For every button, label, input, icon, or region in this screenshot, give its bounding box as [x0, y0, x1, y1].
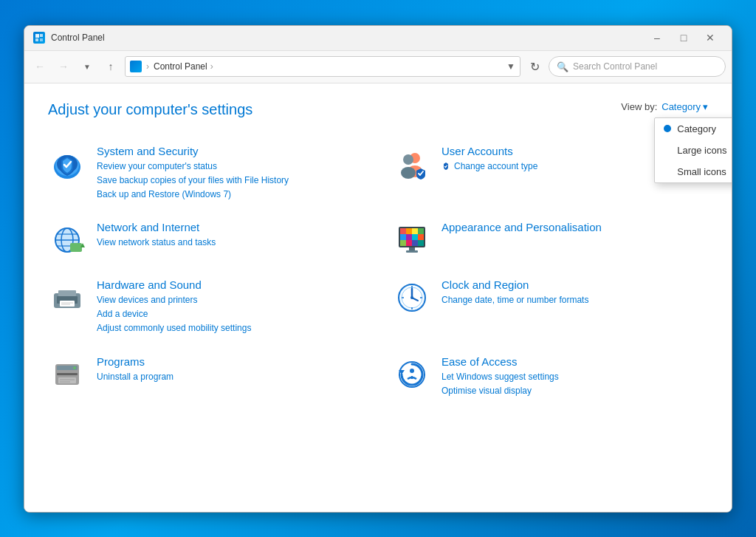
svg-rect-38: [60, 301, 75, 307]
hardware-title[interactable]: Hardware and Sound: [97, 278, 363, 291]
network-link-1[interactable]: View network status and tasks: [97, 236, 363, 250]
svg-rect-30: [406, 240, 412, 246]
svg-point-61: [410, 369, 414, 373]
back-button[interactable]: ←: [30, 57, 49, 76]
ease-of-access-link-1[interactable]: Let Windows suggest settings: [441, 370, 708, 384]
breadcrumb-separator2: ›: [210, 61, 213, 72]
search-placeholder: Search Control Panel: [573, 61, 657, 72]
breadcrumb-dropdown-arrow[interactable]: ▼: [506, 61, 515, 72]
refresh-button[interactable]: ↻: [525, 57, 544, 76]
svg-rect-27: [412, 234, 418, 240]
view-dropdown[interactable]: Category ▾ Category Large icons Small ic…: [662, 101, 708, 112]
search-icon: 🔍: [557, 61, 568, 72]
clock-icon: [393, 278, 431, 317]
svg-rect-29: [400, 240, 406, 246]
appearance-icon: [393, 221, 431, 259]
ease-of-access-content: Ease of Access Let Windows suggest setti…: [441, 355, 708, 398]
user-accounts-icon: [393, 145, 431, 183]
svg-point-46: [410, 296, 413, 299]
category-clock-region: Clock and Region Change date, time or nu…: [393, 273, 708, 342]
network-content: Network and Internet View network status…: [97, 221, 363, 250]
hardware-link-2[interactable]: Add a device: [97, 307, 363, 321]
system-security-content: System and Security Review your computer…: [97, 145, 363, 202]
svg-rect-55: [58, 377, 76, 383]
svg-rect-22: [406, 228, 412, 234]
svg-point-54: [73, 366, 76, 369]
search-box[interactable]: 🔍 Search Control Panel: [549, 56, 726, 77]
svg-rect-24: [418, 228, 424, 234]
hardware-link-1[interactable]: View devices and printers: [97, 293, 363, 307]
network-icon: [48, 221, 86, 259]
svg-rect-33: [409, 247, 415, 250]
svg-rect-21: [400, 228, 406, 234]
svg-rect-53: [57, 373, 78, 375]
clock-content: Clock and Region Change date, time or nu…: [441, 278, 708, 307]
title-bar: Control Panel – □ ✕: [24, 26, 732, 51]
categories-grid: System and Security Review your computer…: [48, 139, 708, 405]
svg-rect-31: [412, 240, 418, 246]
dropdown-label-large-icons: Large icons: [677, 145, 726, 156]
system-security-title[interactable]: System and Security: [97, 145, 363, 157]
system-security-link-1[interactable]: Review your computer's status: [97, 160, 363, 174]
clock-title[interactable]: Clock and Region: [441, 278, 708, 291]
ease-of-access-icon: [393, 355, 431, 394]
dropdown-arrow-icon: ▾: [703, 101, 708, 112]
svg-rect-28: [418, 234, 424, 240]
category-hardware-sound: Hardware and Sound View devices and prin…: [48, 273, 363, 342]
ease-of-access-link-2[interactable]: Optimise visual display: [441, 384, 708, 398]
category-ease-of-access: Ease of Access Let Windows suggest setti…: [393, 349, 708, 404]
maximize-button[interactable]: □: [671, 27, 696, 48]
breadcrumb-text: Control Panel: [154, 61, 207, 72]
dropdown-item-category[interactable]: Category: [655, 118, 732, 140]
dropdown-label-small-icons: Small icons: [677, 166, 726, 177]
svg-rect-25: [400, 234, 406, 240]
view-dropdown-value: Category: [662, 101, 701, 112]
hardware-icon: [48, 278, 86, 317]
svg-point-59: [400, 363, 424, 386]
svg-point-9: [403, 154, 413, 165]
svg-point-10: [401, 167, 416, 179]
svg-rect-37: [58, 290, 76, 296]
appearance-content: Appearance and Personalisation: [441, 221, 708, 236]
view-dropdown-button[interactable]: Category ▾: [662, 101, 708, 112]
minimize-button[interactable]: –: [645, 27, 670, 48]
view-by-bar: View by: Category ▾ Category Large icons: [621, 101, 708, 112]
programs-icon: [48, 355, 86, 394]
window-title: Control Panel: [51, 33, 645, 43]
ease-of-access-title[interactable]: Ease of Access: [441, 355, 708, 368]
recent-locations-button[interactable]: ▼: [78, 57, 97, 76]
system-security-link-3[interactable]: Back up and Restore (Windows 7): [97, 188, 363, 202]
window-controls: – □ ✕: [645, 27, 723, 48]
radio-empty-icon2: [664, 168, 671, 175]
category-system-security: System and Security Review your computer…: [48, 139, 363, 208]
category-network-internet: Network and Internet View network status…: [48, 215, 363, 265]
breadcrumb[interactable]: › Control Panel › ▼: [125, 56, 520, 77]
dropdown-item-large-icons[interactable]: Large icons: [655, 140, 732, 161]
svg-rect-26: [406, 234, 412, 240]
main-window: Control Panel – □ ✕ ← → ▼ ↑ › Control Pa…: [24, 25, 732, 513]
system-security-link-2[interactable]: Save backup copies of your files with Fi…: [97, 174, 363, 188]
address-bar: ← → ▼ ↑ › Control Panel › ▼ ↻ 🔍 Search C…: [24, 51, 732, 83]
svg-rect-0: [35, 34, 39, 38]
svg-rect-1: [40, 34, 43, 37]
category-appearance: Appearance and Personalisation: [393, 215, 708, 265]
up-button[interactable]: ↑: [101, 57, 120, 76]
svg-rect-3: [40, 38, 43, 41]
radio-selected-icon: [664, 125, 671, 132]
programs-title[interactable]: Programs: [97, 355, 363, 368]
content-area: Adjust your computer's settings View by:…: [24, 83, 732, 512]
dropdown-item-small-icons[interactable]: Small icons: [655, 161, 732, 182]
clock-link-1[interactable]: Change date, time or number formats: [441, 293, 708, 307]
breadcrumb-separator1: ›: [146, 61, 149, 72]
hardware-content: Hardware and Sound View devices and prin…: [97, 278, 363, 336]
close-button[interactable]: ✕: [698, 27, 723, 48]
hardware-link-3[interactable]: Adjust commonly used mobility settings: [97, 321, 363, 335]
programs-link-1[interactable]: Uninstall a program: [97, 370, 363, 384]
radio-empty-icon: [664, 146, 671, 154]
system-security-icon: [48, 145, 86, 183]
forward-button[interactable]: →: [54, 57, 73, 76]
network-title[interactable]: Network and Internet: [97, 221, 363, 233]
appearance-title[interactable]: Appearance and Personalisation: [441, 221, 708, 233]
svg-rect-32: [418, 240, 424, 246]
svg-rect-23: [412, 228, 418, 234]
